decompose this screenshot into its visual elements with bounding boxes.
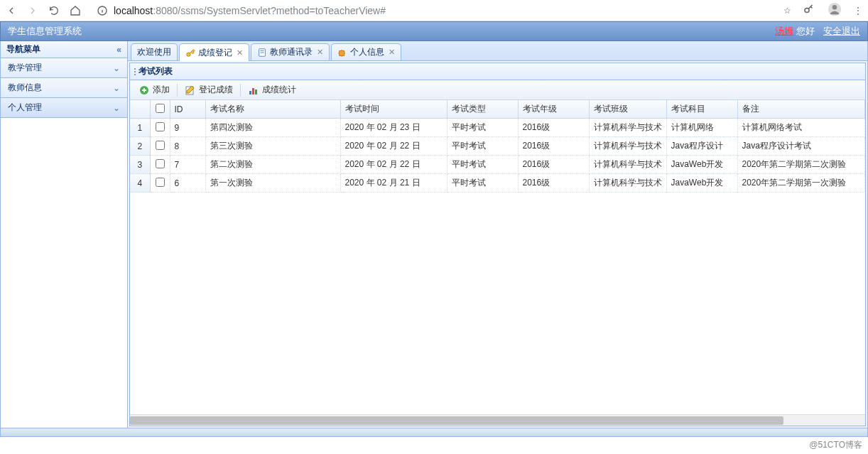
username-link[interactable]: 汤姆 xyxy=(775,25,793,38)
stats-button[interactable]: 成绩统计 xyxy=(244,82,300,97)
cell-remark: 计算机网络考试 xyxy=(737,119,865,137)
cell-grade: 2016级 xyxy=(518,156,589,174)
checkbox-cell[interactable] xyxy=(150,174,170,193)
table-row[interactable]: 4 6 第一次测验 2020 年 02 月 21 日 平时考试 2016级 计算… xyxy=(130,174,865,193)
sidebar-item-teacher-info[interactable]: 教师信息 ⌄ xyxy=(1,78,127,98)
browser-toolbar: localhost:8080/ssms/SystemServlet?method… xyxy=(0,0,868,21)
tab-bar: 欢迎使用 成绩登记 ✕ 教师通讯录 ✕ 个人信息 ✕ xyxy=(128,41,867,61)
chevron-down-icon: ⌄ xyxy=(113,103,120,113)
row-checkbox[interactable] xyxy=(156,159,165,168)
cell-remark: Java程序设计考试 xyxy=(737,137,865,156)
tab-label: 欢迎使用 xyxy=(137,46,171,58)
bookmark-icon[interactable]: ☆ xyxy=(783,6,791,16)
tab-personal-info[interactable]: 个人信息 ✕ xyxy=(331,43,401,60)
sidebar-header: 导航菜单 « xyxy=(1,41,127,58)
col-time[interactable]: 考试时间 xyxy=(340,100,447,119)
separator xyxy=(177,84,178,97)
sidebar-item-personal[interactable]: 个人管理 ⌄ xyxy=(1,98,127,118)
sidebar-item-label: 教师信息 xyxy=(8,82,42,94)
cell-grade: 2016级 xyxy=(518,137,589,156)
cell-class: 计算机科学与技术 xyxy=(589,156,666,174)
col-remark[interactable]: 备注 xyxy=(737,100,865,119)
cell-time: 2020 年 02 月 22 日 xyxy=(340,137,447,156)
row-checkbox[interactable] xyxy=(156,178,165,187)
svg-point-3 xyxy=(805,9,809,13)
col-type[interactable]: 考试类型 xyxy=(447,100,518,119)
cell-time: 2020 年 02 月 22 日 xyxy=(340,156,447,174)
rownum-header xyxy=(130,100,150,119)
checkbox-cell[interactable] xyxy=(150,156,170,174)
col-class[interactable]: 考试班级 xyxy=(589,100,666,119)
table-row[interactable]: 2 8 第三次测验 2020 年 02 月 22 日 平时考试 2016级 计算… xyxy=(130,137,865,156)
rownum-cell: 2 xyxy=(130,137,150,156)
logout-link[interactable]: 安全退出 xyxy=(823,25,860,38)
cell-type: 平时考试 xyxy=(447,119,518,137)
cell-class: 计算机科学与技术 xyxy=(589,119,666,137)
rownum-cell: 4 xyxy=(130,174,150,193)
table-row[interactable]: 3 7 第二次测验 2020 年 02 月 22 日 平时考试 2016级 计算… xyxy=(130,156,865,174)
svg-rect-13 xyxy=(252,88,254,94)
select-all-checkbox[interactable] xyxy=(156,104,165,113)
row-checkbox[interactable] xyxy=(156,141,165,150)
url-text: localhost:8080/ssms/SystemServlet?method… xyxy=(114,5,386,16)
rownum-cell: 3 xyxy=(130,156,150,174)
col-id[interactable]: ID xyxy=(170,100,205,119)
cell-subject: JavaWeb开发 xyxy=(666,156,737,174)
separator xyxy=(240,84,241,97)
row-checkbox[interactable] xyxy=(156,122,165,131)
tab-close-icon[interactable]: ✕ xyxy=(317,48,323,57)
cell-grade: 2016级 xyxy=(518,174,589,193)
tab-close-icon[interactable]: ✕ xyxy=(237,48,243,58)
forward-button[interactable] xyxy=(27,5,38,16)
tab-welcome[interactable]: 欢迎使用 xyxy=(131,43,178,60)
add-button[interactable]: 添加 xyxy=(134,82,174,97)
panel-header: 考试列表 xyxy=(130,63,865,80)
scrollbar-thumb[interactable] xyxy=(130,416,783,425)
col-subject[interactable]: 考试科目 xyxy=(666,100,737,119)
cell-id: 9 xyxy=(170,119,205,137)
cell-id: 8 xyxy=(170,137,205,156)
toolbar: 添加 登记成绩 成绩统计 xyxy=(130,80,865,100)
cell-subject: Java程序设计 xyxy=(666,137,737,156)
cell-name: 第四次测验 xyxy=(205,119,340,137)
register-grade-button[interactable]: 登记成绩 xyxy=(180,82,237,97)
horizontal-scrollbar[interactable] xyxy=(130,414,865,426)
menu-icon[interactable]: ⋮ xyxy=(854,6,862,16)
home-button[interactable] xyxy=(70,5,81,16)
col-grade[interactable]: 考试年级 xyxy=(518,100,589,119)
tab-close-icon[interactable]: ✕ xyxy=(389,48,395,57)
watermark: @51CTO博客 xyxy=(809,439,862,451)
cell-id: 7 xyxy=(170,156,205,174)
svg-rect-12 xyxy=(249,91,251,94)
tab-label: 成绩登记 xyxy=(198,47,232,59)
collapse-icon[interactable]: « xyxy=(116,45,121,55)
tab-label: 教师通讯录 xyxy=(270,46,313,58)
account-icon[interactable] xyxy=(827,1,842,19)
tab-teacher-contacts[interactable]: 教师通讯录 ✕ xyxy=(251,43,330,60)
edit-icon xyxy=(185,85,196,96)
cell-remark: 2020年第二学期第一次测验 xyxy=(737,174,865,193)
info-icon xyxy=(97,5,108,16)
cell-grade: 2016级 xyxy=(518,119,589,137)
table-header-row: ID 考试名称 考试时间 考试类型 考试年级 考试班级 考试科目 备注 xyxy=(130,100,865,119)
table-row[interactable]: 1 9 第四次测验 2020 年 02 月 23 日 平时考试 2016级 计算… xyxy=(130,119,865,137)
address-bar[interactable]: localhost:8080/ssms/SystemServlet?method… xyxy=(89,1,775,21)
checkbox-cell[interactable] xyxy=(150,137,170,156)
book-icon xyxy=(257,48,267,58)
key-icon xyxy=(185,48,195,58)
cell-name: 第二次测验 xyxy=(205,156,340,174)
reload-button[interactable] xyxy=(48,5,60,16)
sidebar-item-teaching[interactable]: 教学管理 ⌄ xyxy=(1,58,127,78)
svg-rect-14 xyxy=(255,90,257,94)
checkbox-cell[interactable] xyxy=(150,119,170,137)
cell-time: 2020 年 02 月 21 日 xyxy=(340,174,447,193)
key-icon[interactable] xyxy=(803,3,815,18)
checkbox-header[interactable] xyxy=(150,100,170,119)
svg-point-5 xyxy=(832,5,837,9)
app-title: 学生信息管理系统 xyxy=(8,25,82,38)
rownum-cell: 1 xyxy=(130,119,150,137)
col-name[interactable]: 考试名称 xyxy=(205,100,340,119)
tab-grade-register[interactable]: 成绩登记 ✕ xyxy=(179,43,249,61)
back-button[interactable] xyxy=(6,5,17,16)
cell-time: 2020 年 02 月 23 日 xyxy=(340,119,447,137)
